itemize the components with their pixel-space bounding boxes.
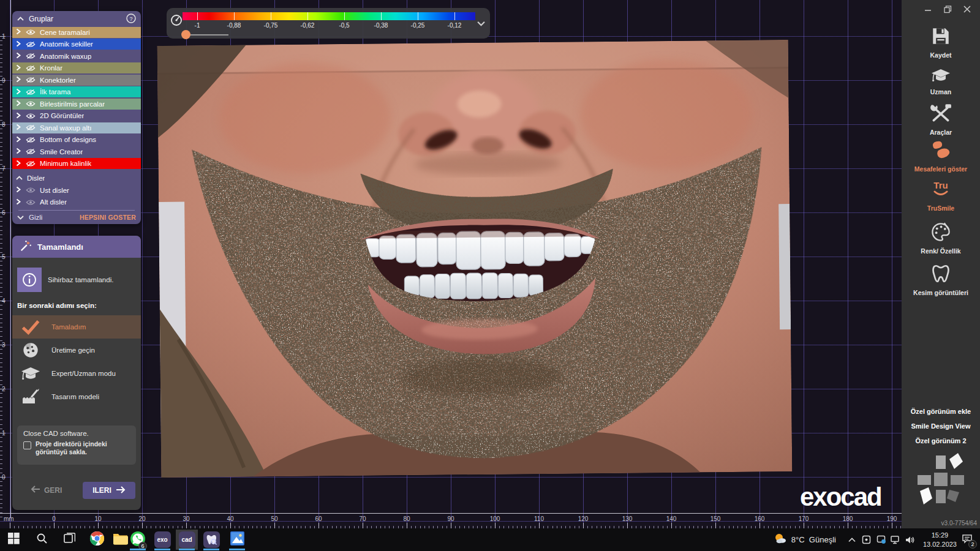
groups-title: Gruplar bbox=[29, 15, 126, 23]
visibility-eye-icon[interactable] bbox=[26, 100, 36, 107]
teeth-group-row[interactable]: Ust disler bbox=[12, 185, 141, 196]
group-row[interactable]: Konektorler bbox=[12, 75, 141, 86]
toolbar-button-tools[interactable]: Araçlar bbox=[902, 103, 980, 136]
gauge-icon[interactable] bbox=[170, 14, 183, 29]
show-all-button[interactable]: HEPSINI GOSTER bbox=[80, 214, 136, 221]
chevron-right-icon[interactable] bbox=[16, 160, 21, 168]
chevron-down-icon[interactable] bbox=[477, 18, 485, 29]
taskbar-app-chrome[interactable] bbox=[86, 530, 108, 550]
group-row[interactable]: Bottom of designs bbox=[12, 134, 141, 145]
chevron-right-icon[interactable] bbox=[16, 40, 21, 48]
taskbar-app-start[interactable] bbox=[2, 530, 24, 550]
visibility-eye-icon[interactable] bbox=[26, 148, 36, 155]
group-row[interactable]: Sanal waxup altı bbox=[12, 122, 141, 133]
clock-widget[interactable]: 15:29 13.02.2023 bbox=[923, 531, 957, 549]
wizard-option[interactable]: Tasarım modeli bbox=[12, 385, 141, 408]
teeth-group-row[interactable]: Alt disler bbox=[12, 197, 141, 208]
visibility-eye-icon[interactable] bbox=[26, 53, 36, 59]
chevron-right-icon[interactable] bbox=[16, 112, 21, 120]
colorbar-slider-track[interactable] bbox=[186, 34, 228, 36]
taskbar-app-cad[interactable]: cad bbox=[176, 530, 198, 550]
wizard-option[interactable]: Expert/Uzman modu bbox=[12, 362, 141, 385]
network-icon[interactable] bbox=[889, 536, 903, 544]
save-screenshot-checkbox[interactable] bbox=[23, 441, 31, 449]
collapse-chevron-icon[interactable] bbox=[17, 15, 24, 23]
group-row[interactable]: Kronlar bbox=[12, 62, 141, 73]
next-button[interactable]: ILERI bbox=[83, 482, 135, 499]
minimize-button[interactable] bbox=[921, 4, 935, 15]
taskbar-app-whatsapp[interactable]: 6 bbox=[127, 530, 149, 550]
nav-cube-widget[interactable] bbox=[914, 452, 968, 511]
group-label: Bottom of designs bbox=[40, 136, 96, 143]
volume-icon[interactable] bbox=[903, 536, 918, 544]
chevron-right-icon[interactable] bbox=[16, 186, 21, 194]
3d-viewport-face-render[interactable] bbox=[157, 40, 793, 478]
group-row[interactable]: Birlestirilmis parcalar bbox=[12, 99, 141, 110]
hidden-groups-row[interactable]: Gizli HEPSINI GOSTER bbox=[12, 212, 141, 223]
chevron-right-icon[interactable] bbox=[16, 124, 21, 132]
group-row[interactable]: Smile Creator bbox=[12, 146, 141, 157]
view-button[interactable]: Özel görünüm ekle bbox=[902, 408, 980, 415]
restore-button[interactable] bbox=[941, 4, 954, 15]
colorbar-slider-handle[interactable] bbox=[181, 30, 190, 39]
visibility-eye-icon[interactable] bbox=[26, 113, 36, 119]
group-row[interactable]: Minimum kalinlik bbox=[12, 158, 141, 169]
chevron-right-icon[interactable] bbox=[16, 198, 21, 206]
toolbar-button-palette[interactable]: Renk/ Özellik bbox=[902, 222, 980, 255]
view-button[interactable]: Özel görünüm 2 bbox=[902, 437, 980, 444]
visibility-eye-icon[interactable] bbox=[26, 41, 36, 48]
toolbar-button-tooth[interactable]: Kesim görüntüleri bbox=[902, 263, 980, 296]
visibility-eye-icon[interactable] bbox=[26, 160, 36, 167]
back-button[interactable]: GERI bbox=[31, 485, 62, 495]
chevron-right-icon[interactable] bbox=[16, 52, 21, 60]
chevron-right-icon[interactable] bbox=[16, 64, 21, 72]
taskbar-app-exo[interactable]: exo bbox=[151, 530, 173, 550]
teeth-section-header[interactable]: Disler bbox=[12, 173, 141, 184]
ruler-tick bbox=[0, 336, 2, 337]
group-row[interactable]: 2D Görüntüler bbox=[12, 110, 141, 121]
chevron-right-icon[interactable] bbox=[16, 136, 21, 144]
chevron-down-icon[interactable] bbox=[17, 214, 24, 221]
view-button[interactable]: Smile Design View bbox=[902, 422, 980, 430]
chevron-right-icon[interactable] bbox=[16, 148, 21, 156]
tray-sync-icon[interactable] bbox=[874, 535, 889, 544]
chevron-up-icon[interactable] bbox=[16, 174, 23, 182]
group-row[interactable]: Cene taramalari bbox=[12, 27, 141, 38]
chevron-right-icon[interactable] bbox=[16, 88, 21, 96]
visibility-eye-icon[interactable] bbox=[26, 65, 36, 72]
ruler-tick bbox=[0, 331, 2, 332]
tray-app-icon[interactable] bbox=[859, 535, 874, 544]
wizard-option[interactable]: Üretime geçin bbox=[12, 339, 141, 362]
group-row[interactable]: Anatomik waxup bbox=[12, 51, 141, 62]
visibility-eye-icon[interactable] bbox=[26, 89, 36, 96]
visibility-eye-icon[interactable] bbox=[26, 199, 36, 206]
visibility-eye-icon[interactable] bbox=[26, 187, 36, 193]
toolbar-button-distances[interactable]: Mesafeleri göster bbox=[902, 140, 980, 173]
chevron-right-icon[interactable] bbox=[16, 100, 21, 108]
close-icon[interactable] bbox=[960, 4, 974, 15]
tray-chevron-up-icon[interactable] bbox=[845, 538, 859, 542]
taskbar-app-photos[interactable] bbox=[226, 530, 248, 550]
visibility-eye-icon[interactable] bbox=[26, 77, 36, 83]
taskbar-app-search[interactable] bbox=[31, 530, 53, 550]
toolbar-button-trusmile[interactable]: TruTruSmile bbox=[902, 179, 980, 212]
chevron-right-icon[interactable] bbox=[16, 28, 21, 36]
help-icon[interactable]: ? bbox=[126, 13, 136, 25]
wizard-option[interactable]: Tamaladım bbox=[12, 315, 141, 339]
chevron-right-icon[interactable] bbox=[16, 76, 21, 84]
ruler-tick bbox=[0, 292, 2, 293]
toolbar-button-grad-cap[interactable]: Uzman bbox=[902, 67, 980, 96]
toolbar-button-save[interactable]: Kaydet bbox=[902, 26, 980, 59]
visibility-eye-icon[interactable] bbox=[26, 29, 36, 36]
group-row[interactable]: Anatomik sekiller bbox=[12, 39, 141, 50]
weather-widget[interactable]: 8°C Güneşli bbox=[774, 533, 836, 547]
ruler-tick bbox=[0, 72, 2, 72]
notification-center-button[interactable]: 2 bbox=[962, 534, 973, 546]
taskbar-app-dental-viewer[interactable] bbox=[200, 530, 222, 550]
visibility-eye-icon[interactable] bbox=[26, 137, 36, 143]
groups-panel-header[interactable]: Gruplar ? bbox=[12, 12, 141, 26]
ruler-number: 130 bbox=[622, 515, 633, 522]
visibility-eye-icon[interactable] bbox=[26, 124, 36, 131]
taskbar-app-task-view[interactable] bbox=[58, 530, 80, 550]
group-row[interactable]: İlk tarama bbox=[12, 86, 141, 97]
